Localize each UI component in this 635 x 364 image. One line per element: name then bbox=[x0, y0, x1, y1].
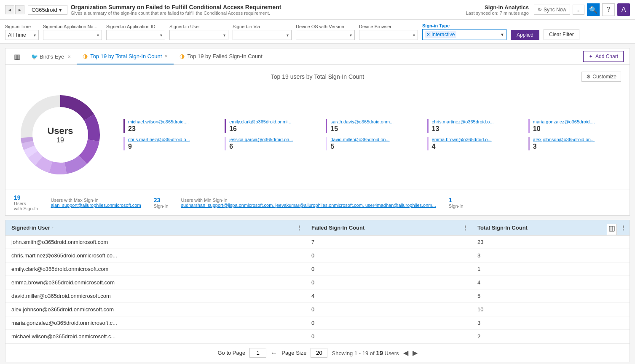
filters-bar: Sign-in Time All Time ▾ Signed-in Applic… bbox=[0, 20, 635, 44]
legend-item: jessica.garcia@o365droid.on...6 bbox=[225, 137, 317, 150]
tab-failed-signin[interactable]: ◑ Top 19 by Failed Sign-In Count bbox=[174, 48, 268, 64]
nav-back-button[interactable]: ◄ bbox=[5, 5, 14, 14]
legend-value: 10 bbox=[533, 125, 621, 133]
chevron-down-icon: ▾ bbox=[59, 7, 62, 13]
max-signin-link[interactable]: ajan_support@ailurophiles.onmicrosoft.co… bbox=[51, 203, 141, 208]
header-left: ◄ ► O365droid ▾ Organization Summary on … bbox=[5, 4, 281, 16]
user-button[interactable]: A bbox=[617, 3, 630, 16]
breadcrumb-select[interactable]: O365droid ▾ bbox=[28, 5, 67, 15]
legend-user-link[interactable]: alex.johnson@o365droid.on... bbox=[533, 137, 600, 142]
pie-icon: ◑ bbox=[83, 53, 88, 59]
table-row: chris.martinez@o365droid.onmicrosoft.co.… bbox=[5, 249, 630, 262]
cell-failed: 0 bbox=[305, 330, 472, 343]
column-menu-icon[interactable]: ⋮ bbox=[620, 225, 626, 231]
legend-user-link[interactable]: sarah.davis@o365droid.onm... bbox=[330, 119, 398, 124]
legend-user-link[interactable]: jessica.garcia@o365droid.on... bbox=[229, 137, 297, 142]
cell-user: alex.johnson@o365droid.onmicrosoft.com bbox=[5, 303, 305, 316]
legend-user-link[interactable]: chris.martinez@o365droid.o... bbox=[432, 119, 499, 124]
chart-title: Top 19 users by Total Sign-In Count bbox=[14, 73, 621, 80]
device-os-filter: Device OS with Version ▾ bbox=[296, 24, 355, 40]
remove-tag-button[interactable]: × bbox=[427, 32, 430, 37]
add-chart-button[interactable]: ✦ Add Chart bbox=[583, 51, 624, 62]
chevron-down-icon: ▾ bbox=[97, 33, 99, 37]
app-id-filter: Signed-in Application ID ▾ bbox=[106, 24, 165, 40]
user-select[interactable]: ▾ bbox=[169, 30, 228, 40]
applied-button[interactable]: Applied bbox=[511, 30, 539, 40]
legend-user-link[interactable]: emma.brown@o365droid.o... bbox=[432, 137, 499, 142]
legend-user-link[interactable]: david.miller@o365droid.on... bbox=[330, 137, 398, 142]
th-total-count: Total Sign-In Count ⋮ bbox=[472, 220, 630, 236]
bar-view-button[interactable]: ▥ bbox=[9, 49, 25, 64]
device-os-select[interactable]: ▾ bbox=[296, 30, 355, 40]
legend-value: 4 bbox=[432, 143, 520, 150]
column-menu-icon[interactable]: ⋮ bbox=[462, 225, 468, 231]
app-id-select[interactable]: ▾ bbox=[106, 30, 165, 40]
chart-content: ⚙ Customize Top 19 users by Total Sign-I… bbox=[5, 65, 630, 190]
legend-user-link[interactable]: michael.wilson@o365droid.... bbox=[128, 119, 196, 124]
search-button[interactable]: 🔍 bbox=[587, 3, 600, 16]
header: ◄ ► O365droid ▾ Organization Summary on … bbox=[0, 0, 635, 20]
next-nav-button[interactable]: ▶ bbox=[413, 349, 418, 357]
via-filter: Signed-in Via ▾ bbox=[233, 24, 292, 40]
chevron-down-icon: ▾ bbox=[350, 33, 352, 37]
user-icon: A bbox=[622, 6, 626, 13]
cell-user: emma.brown@o365droid.onmicrosoft.com bbox=[5, 276, 305, 289]
chart-tabs: ▥ 🐦 Bird's Eye ✕ ◑ Top 19 by Total Sign-… bbox=[5, 48, 630, 65]
legend-value: 13 bbox=[432, 125, 520, 133]
page-input[interactable] bbox=[249, 348, 266, 358]
cell-failed: 0 bbox=[305, 262, 472, 276]
column-menu-icon[interactable]: ⋮ bbox=[296, 225, 302, 231]
app-name-label: Signed-in Application Na... bbox=[43, 24, 102, 29]
via-select[interactable]: ▾ bbox=[233, 30, 292, 40]
stat-users-count: 19 bbox=[14, 194, 38, 201]
nav-forward-button[interactable]: ► bbox=[15, 5, 24, 14]
signin-type-label: Sign-in Type bbox=[422, 23, 506, 28]
cell-total: 3 bbox=[472, 249, 630, 262]
donut-count: 19 bbox=[47, 136, 73, 144]
showing-count: 19 bbox=[376, 349, 383, 356]
chevron-down-icon: ▾ bbox=[223, 33, 225, 37]
go-to-page-label: Go to Page bbox=[217, 350, 245, 356]
clear-filter-button[interactable]: Clear Filter bbox=[544, 29, 579, 40]
chevron-down-icon: ▾ bbox=[413, 33, 415, 37]
device-browser-filter: Device Browser ▾ bbox=[359, 24, 418, 40]
tab-total-signin[interactable]: ◑ Top 19 by Total Sign-In Count ✕ bbox=[77, 48, 174, 64]
prev-nav-button[interactable]: ◀ bbox=[403, 349, 408, 357]
prev-page-button[interactable]: ← bbox=[271, 349, 277, 357]
legend-user-link[interactable]: maria.gonzalez@o365droid.... bbox=[533, 119, 600, 124]
legend-value: 23 bbox=[128, 125, 216, 133]
cell-user: maria.gonzalez@o365droid.onmicrosoft.c..… bbox=[5, 316, 305, 330]
user-filter: Signed-in User ▾ bbox=[169, 24, 228, 40]
header-right: Sign-in Analytics Last synced on: 7 minu… bbox=[466, 3, 630, 16]
showing-text: Showing 1 - 19 of 19 Users bbox=[332, 349, 399, 356]
help-button[interactable]: ? bbox=[602, 3, 615, 16]
close-icon: ✕ bbox=[67, 54, 71, 59]
pie-icon: ◑ bbox=[180, 53, 185, 59]
legend-item: david.miller@o365droid.on...5 bbox=[326, 137, 418, 150]
stat-users-signin: 19 Users with Sign-In bbox=[14, 194, 38, 211]
sync-now-button[interactable]: ↻ Sync Now bbox=[534, 5, 570, 15]
table-toolbar: Go to Page ← Page Size Showing 1 - 19 of… bbox=[5, 343, 630, 362]
device-browser-select[interactable]: ▾ bbox=[359, 30, 418, 40]
th-signed-in-user: Signed-in User ↑ ⋮ bbox=[5, 220, 305, 236]
signin-type-select[interactable]: × Interactive ▾ bbox=[422, 29, 506, 40]
table-row: john.smith@o365droid.onmicrosoft.com 7 2… bbox=[5, 236, 630, 249]
legend-user-link[interactable]: emily.clark@o365droid.onmi... bbox=[229, 119, 297, 124]
signin-time-select[interactable]: All Time ▾ bbox=[5, 30, 39, 40]
app-name-select[interactable]: ▾ bbox=[43, 30, 102, 40]
close-icon[interactable]: ✕ bbox=[164, 54, 168, 59]
sync-info-sub: Last synced on: 7 minutes ago bbox=[466, 11, 529, 16]
legend-user-link[interactable]: chris.martinez@o365droid.o... bbox=[128, 137, 196, 142]
help-icon: ? bbox=[607, 6, 611, 13]
customize-button[interactable]: ⚙ Customize bbox=[581, 72, 621, 82]
page-size-input[interactable] bbox=[311, 348, 327, 358]
plus-icon: ✦ bbox=[589, 54, 593, 59]
cell-total: 2 bbox=[472, 330, 630, 343]
stat-min-signin: Users with Min Sign-In sudharshan_suppor… bbox=[181, 198, 436, 208]
more-options-button[interactable]: ... bbox=[573, 5, 584, 15]
cell-user: david.miller@o365droid.onmicrosoft.com bbox=[5, 289, 305, 303]
stat-users-label: Users bbox=[14, 201, 38, 206]
tab-birds-eye[interactable]: 🐦 Bird's Eye ✕ bbox=[25, 49, 77, 64]
cell-total: 3 bbox=[472, 316, 630, 330]
column-settings-button[interactable] bbox=[607, 224, 617, 235]
